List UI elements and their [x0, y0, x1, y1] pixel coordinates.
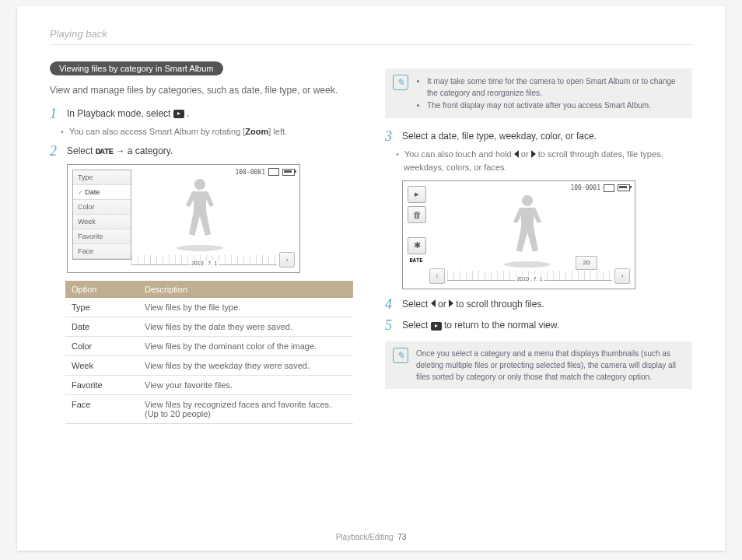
spacer — [408, 226, 426, 234]
step-number: 1 — [50, 107, 61, 122]
table-row: FaceView files by recognized faces and f… — [65, 395, 353, 424]
step-number: 5 — [385, 318, 396, 334]
lcd-status-bar: 100-0001 — [570, 184, 630, 192]
col-description: Description — [138, 281, 353, 298]
t: Select — [402, 320, 431, 331]
category-menu: Type Date Color Week Favorite Face — [72, 170, 131, 260]
manual-page: Playing back Viewing files by category i… — [17, 6, 725, 551]
table-row: DateView files by the date they were sav… — [65, 317, 353, 337]
t: Select — [67, 145, 96, 156]
step-5: 5 Select to return to the normal view. — [385, 318, 692, 334]
card-icon — [604, 184, 614, 192]
opt: Type — [65, 298, 138, 317]
t: or — [436, 299, 449, 310]
page-header: Playing back — [50, 28, 692, 45]
desc: View files by the date they were saved. — [138, 317, 353, 337]
note-item: It may take some time for the camera to … — [427, 75, 684, 99]
step-number: 3 — [385, 129, 396, 145]
intro-text: View and manage files by categories, suc… — [50, 83, 357, 97]
step-3: 3 Select a date, file type, weekday, col… — [385, 129, 692, 145]
note-item: The front display may not activate after… — [427, 100, 684, 111]
section-pill: Viewing files by category in Smart Album — [50, 61, 223, 75]
date-timeline: 2010 . 7. 1 › — [131, 252, 295, 268]
step-text: Select or to scroll through files. — [402, 297, 544, 312]
menu-item-color[interactable]: Color — [73, 200, 131, 215]
file-counter: 100-0001 — [235, 169, 265, 176]
step-text: Select a date, file type, weekday, color… — [402, 129, 597, 143]
col-option: Option — [65, 281, 138, 298]
zoom-label: Zoom — [245, 127, 268, 136]
timeline-date-label: 2010 . 7. 1 — [515, 276, 544, 282]
date-button-label: DATE — [96, 145, 113, 159]
step-3-sub: You can also touch and hold or to scroll… — [404, 148, 692, 174]
note-text: Once you select a category and a menu th… — [416, 348, 684, 383]
menu-item-week[interactable]: Week — [73, 215, 131, 229]
note-box-2: ✎ Once you select a category and a menu … — [385, 341, 692, 389]
step-text: In Playback mode, select . — [67, 107, 189, 121]
svg-point-0 — [177, 245, 223, 251]
t: to scroll through files. — [453, 299, 544, 310]
options-table: Option Description TypeView files by the… — [65, 281, 353, 424]
desc: View files by the weekday they were save… — [138, 356, 353, 376]
timeline-next-button[interactable]: › — [614, 268, 630, 284]
date-mode-label: DATE — [408, 257, 425, 264]
desc: View your favorite files. — [138, 376, 353, 395]
side-toolbar: ▸ 🗑 ✱ DATE — [408, 186, 426, 264]
opt: Week — [65, 356, 138, 376]
table-row: ColorView files by the dominant color of… — [65, 337, 353, 356]
opt: Favorite — [65, 376, 138, 395]
lcd-status-bar: 100-0001 — [235, 168, 295, 176]
note-icon: ✎ — [393, 348, 408, 363]
lcd-mock-categories: 100-0001 Type Date Color Week Favorite F… — [67, 164, 300, 273]
step-2: 2 Select DATE → a category. — [50, 144, 357, 159]
lcd-mock-browse: 100-0001 ▸ 🗑 ✱ DATE 20 ‹ — [402, 180, 635, 289]
svg-point-1 — [504, 261, 551, 268]
right-column: ✎ It may take some time for the camera t… — [385, 61, 692, 424]
footer-page-number: 73 — [397, 533, 406, 541]
step-text: Select DATE → a category. — [67, 144, 173, 158]
step-4: 4 Select or to scroll through files. — [385, 297, 692, 313]
step-1: 1 In Playback mode, select . — [50, 107, 357, 122]
step-number: 4 — [385, 297, 396, 313]
t: to return to the normal view. — [442, 320, 559, 331]
table-row: TypeView files by the file type. — [65, 298, 353, 317]
t: ] left. — [268, 127, 287, 136]
note-icon: ✎ — [393, 75, 408, 90]
t: You can also access Smart Album by rotat… — [69, 127, 245, 136]
playback-icon — [173, 110, 184, 118]
desc: View files by the file type. — [138, 298, 353, 317]
menu-item-favorite[interactable]: Favorite — [73, 229, 131, 244]
page-footer: Playback/Editing 73 — [17, 533, 725, 541]
timeline-strip: 2010 . 7. 1 — [131, 255, 277, 265]
step-text: Select to return to the normal view. — [402, 318, 559, 332]
card-icon — [268, 168, 279, 176]
t: or — [519, 149, 531, 159]
t: Select — [402, 299, 431, 310]
left-column: Viewing files by category in Smart Album… — [50, 61, 357, 424]
table-row: WeekView files by the weekday they were … — [65, 356, 353, 376]
table-header-row: Option Description — [65, 281, 353, 298]
t: In Playback mode, select — [67, 108, 173, 119]
t: You can also touch and hold — [404, 149, 514, 159]
desc: View files by the dominant color of the … — [138, 337, 353, 356]
menu-item-face[interactable]: Face — [73, 244, 131, 259]
date-timeline: ‹ 2010 . 7. 1 › — [429, 268, 630, 284]
timeline-prev-button[interactable]: ‹ — [429, 268, 445, 284]
settings-button[interactable]: ✱ — [408, 237, 426, 254]
note-list: It may take some time for the camera to … — [416, 75, 684, 112]
t: . — [187, 108, 189, 119]
menu-item-date[interactable]: Date — [73, 185, 131, 200]
playback-icon — [431, 322, 442, 331]
person-silhouette — [496, 191, 558, 268]
content-columns: Viewing files by category in Smart Album… — [50, 61, 692, 424]
timeline-date-label: 2010 . 7. 1 — [190, 261, 219, 266]
step-1-sub: You can also access Smart Album by rotat… — [68, 125, 357, 138]
step-number: 2 — [50, 144, 61, 159]
playback-mode-button[interactable]: ▸ — [408, 186, 426, 203]
opt: Face — [65, 395, 138, 424]
person-silhouette — [169, 174, 231, 252]
delete-button[interactable]: 🗑 — [408, 206, 426, 223]
menu-item-type[interactable]: Type — [73, 170, 131, 185]
battery-icon — [282, 169, 295, 176]
timeline-next-button[interactable]: › — [279, 252, 295, 268]
